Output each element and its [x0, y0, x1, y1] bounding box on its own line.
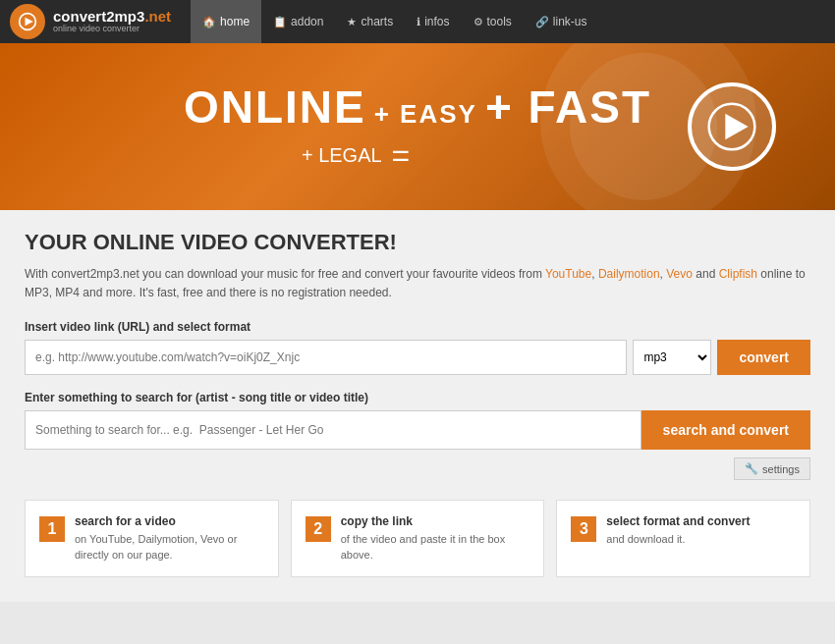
nav-item-link-us[interactable]: 🔗 link-us: [524, 0, 599, 43]
hero-text: ONLINE + EASY + FAST + LEGAL =: [184, 80, 651, 174]
search-row: search and convert: [25, 410, 810, 450]
step-3-number: 3: [571, 516, 596, 542]
youtube-link[interactable]: YouTube: [545, 267, 591, 281]
settings-row: 🔧 settings: [25, 457, 810, 480]
hero-legal: + LEGAL: [302, 144, 382, 167]
hero-equals: =: [392, 137, 411, 174]
nav-item-tools[interactable]: ⚙ tools: [462, 0, 524, 43]
hero-fast: + FAST: [485, 80, 651, 134]
search-label: Enter something to search for (artist - …: [25, 391, 810, 404]
charts-icon: ★: [347, 16, 357, 28]
nav-item-infos[interactable]: ℹ infos: [405, 0, 461, 43]
url-input[interactable]: [25, 340, 627, 375]
addon-icon: 📋: [273, 16, 287, 28]
hero-logo-circle: [688, 82, 776, 171]
hero-logo: [688, 82, 776, 171]
nav-link-infos[interactable]: ℹ infos: [405, 0, 461, 43]
vevo-link[interactable]: Vevo: [666, 267, 693, 281]
logo-name: convert2mp3.net: [53, 9, 171, 26]
dailymotion-link[interactable]: Dailymotion: [598, 267, 660, 281]
nav-menu: 🏠 home 📋 addon ★ charts ℹ infos ⚙: [191, 0, 599, 43]
logo-text: convert2mp3.net online video converter: [53, 9, 171, 34]
search-convert-button[interactable]: search and convert: [641, 410, 810, 450]
step-2-content: copy the link of the video and paste it …: [341, 514, 530, 563]
convert-button[interactable]: convert: [717, 340, 810, 375]
format-select[interactable]: mp3 mp4 aac ogg: [633, 340, 711, 375]
logo: convert2mp3.net online video converter: [10, 4, 171, 39]
step-1-title: search for a video: [75, 514, 264, 528]
clipfish-link[interactable]: Clipfish: [719, 267, 757, 281]
step-3-content: select format and convert and download i…: [606, 514, 750, 547]
wrench-icon: 🔧: [745, 462, 758, 475]
main-content: YOUR ONLINE VIDEO CONVERTER! With conver…: [0, 210, 835, 602]
step-2: 2 copy the link of the video and paste i…: [291, 500, 545, 577]
nav-item-addon[interactable]: 📋 addon: [261, 0, 335, 43]
url-row: mp3 mp4 aac ogg convert: [25, 340, 810, 375]
step-2-desc: of the video and paste it in the box abo…: [341, 532, 530, 563]
svg-marker-3: [725, 114, 748, 140]
step-1-content: search for a video on YouTube, Dailymoti…: [75, 514, 264, 563]
home-icon: 🏠: [202, 16, 216, 28]
nav-link-charts[interactable]: ★ charts: [335, 0, 405, 43]
step-1: 1 search for a video on YouTube, Dailymo…: [25, 500, 279, 577]
tools-icon: ⚙: [473, 16, 483, 28]
nav-link-addon[interactable]: 📋 addon: [261, 0, 335, 43]
description: With convert2mp3.net you can download yo…: [25, 265, 810, 302]
hero-online: ONLINE: [184, 80, 366, 134]
logo-subtitle: online video converter: [53, 25, 171, 34]
step-1-desc: on YouTube, Dailymotion, Vevo or directl…: [75, 532, 264, 563]
url-label: Insert video link (URL) and select forma…: [25, 320, 810, 334]
nav-link-link-us[interactable]: 🔗 link-us: [524, 0, 599, 43]
step-1-number: 1: [39, 516, 65, 542]
link-us-icon: 🔗: [535, 16, 549, 28]
nav-item-home[interactable]: 🏠 home: [191, 0, 261, 43]
search-input[interactable]: [25, 410, 641, 450]
step-3: 3 select format and convert and download…: [556, 500, 810, 577]
page-title: YOUR ONLINE VIDEO CONVERTER!: [25, 230, 810, 255]
settings-button[interactable]: 🔧 settings: [734, 457, 810, 480]
hero-easy: + EASY: [374, 99, 477, 130]
nav-item-charts[interactable]: ★ charts: [335, 0, 405, 43]
nav-link-tools[interactable]: ⚙ tools: [462, 0, 524, 43]
infos-icon: ℹ: [417, 16, 420, 28]
logo-icon: [10, 4, 45, 39]
step-2-title: copy the link: [341, 514, 530, 528]
step-3-title: select format and convert: [606, 514, 750, 528]
step-2-number: 2: [306, 516, 331, 542]
step-3-desc: and download it.: [606, 532, 750, 547]
steps-container: 1 search for a video on YouTube, Dailymo…: [25, 500, 810, 577]
nav-link-home[interactable]: 🏠 home: [191, 0, 261, 43]
hero-banner: ONLINE + EASY + FAST + LEGAL =: [0, 43, 835, 210]
